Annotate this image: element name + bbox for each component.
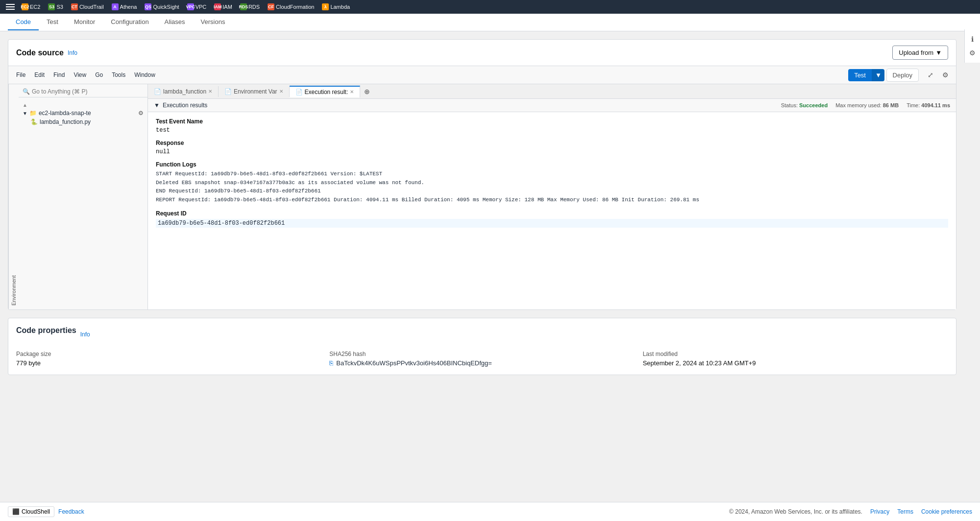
editor-tab-exec-results[interactable]: 📄 Execution result: ✕ xyxy=(290,86,361,97)
vpc-icon: VPC xyxy=(187,3,194,10)
tab-configuration[interactable]: Configuration xyxy=(103,14,156,30)
test-dropdown-button[interactable]: ▼ xyxy=(872,69,884,81)
nav-label-quicksight: QuickSight xyxy=(153,4,179,10)
code-source-header: Code source Info Upload from ▼ xyxy=(8,40,956,66)
file-tree: ▲ ▼ 📁 ec2-lambda-snap-te ⚙ 🐍 lambda_func… xyxy=(19,99,147,128)
settings-button[interactable]: ⚙ xyxy=(938,68,952,82)
deploy-button[interactable]: Deploy xyxy=(886,69,919,82)
code-source-panel: Code source Info Upload from ▼ File Edit… xyxy=(8,39,956,310)
nav-label-cloudtrail: CloudTrail xyxy=(79,4,104,10)
properties-info-link[interactable]: Info xyxy=(80,331,90,338)
tab-icon-exec: 📄 xyxy=(295,89,303,95)
fullscreen-button[interactable]: ⤢ xyxy=(924,68,937,82)
s3-icon: S3 xyxy=(48,3,55,10)
main-content: Code source Info Upload from ▼ File Edit… xyxy=(0,31,964,412)
log-line-2: Deleted EBS snapshot snap-034e7167a377b0… xyxy=(156,179,948,188)
menu-edit[interactable]: Edit xyxy=(30,70,49,80)
sidebar-settings-icon[interactable]: ⚙ xyxy=(967,47,979,59)
editor-main: 📄 lambda_function ✕ 📄 Environment Var ✕ … xyxy=(148,84,956,309)
nav-label-cloudformation: CloudFormation xyxy=(276,4,314,10)
nav-service-vpc[interactable]: VPC VPC xyxy=(184,2,210,11)
nav-service-athena[interactable]: A Athena xyxy=(109,2,140,11)
menu-view[interactable]: View xyxy=(70,70,90,80)
nav-service-iam[interactable]: IAM IAM xyxy=(211,2,235,11)
exec-chevron-icon: ▼ xyxy=(154,102,160,109)
test-button[interactable]: Test xyxy=(848,69,872,81)
editor-tab-env-vars[interactable]: 📄 Environment Var ✕ xyxy=(219,86,289,97)
nav-service-lambda[interactable]: λ Lambda xyxy=(319,2,353,11)
nav-service-ec2[interactable]: EC2 EC2 xyxy=(19,2,43,11)
tab-test[interactable]: Test xyxy=(39,14,66,30)
time-value: 4094.11 ms xyxy=(921,102,950,108)
tab-close-env[interactable]: ✕ xyxy=(279,89,283,94)
upload-from-button[interactable]: Upload from ▼ xyxy=(892,46,948,60)
execution-results-panel: ▼ Execution results Status: Succeeded Ma… xyxy=(148,99,956,309)
copy-hash-icon[interactable]: ⎘ xyxy=(329,359,333,367)
time-label: Time: 4094.11 ms xyxy=(906,102,950,108)
properties-title: Code properties xyxy=(16,326,76,335)
nav-service-cloudtrail[interactable]: CT CloudTrail xyxy=(68,2,107,11)
code-source-title: Code source xyxy=(16,48,64,57)
top-nav-bar: EC2 EC2 S3 S3 CT CloudTrail A Athena QS … xyxy=(0,0,980,14)
package-size-label: Package size xyxy=(16,351,321,357)
tab-aliases[interactable]: Aliases xyxy=(157,14,193,30)
sha256-property: SHA256 hash ⎘ BaTckvDk4K6uWSpsPPvtkv3oi6… xyxy=(329,351,635,367)
sidebar-info-icon[interactable]: ℹ xyxy=(967,33,979,45)
folder-chevron-icon: ▼ xyxy=(23,111,27,116)
menu-hamburger[interactable] xyxy=(4,2,17,12)
nav-label-vpc: VPC xyxy=(196,4,207,10)
sha256-value-row: ⎘ BaTckvDk4K6uWSpsPPvtkv3oi6Hs406BINCbiq… xyxy=(329,359,635,367)
memory-label: Max memory used: 86 MB xyxy=(835,102,899,108)
right-sidebar: ℹ ⚙ xyxy=(964,29,980,63)
editor-tab-lambda-function[interactable]: 📄 lambda_function ✕ xyxy=(148,86,219,97)
exec-results-title-row: ▼ Execution results xyxy=(154,102,207,109)
request-id-label: Request ID xyxy=(156,210,948,217)
file-name: lambda_function.py xyxy=(40,118,91,125)
nav-service-rds[interactable]: RDS RDS xyxy=(237,2,263,11)
folder-name: ec2-lambda-snap-te xyxy=(39,110,91,117)
ec2-icon: EC2 xyxy=(22,3,28,10)
upload-from-label: Upload from xyxy=(899,49,933,56)
last-modified-property: Last modified September 2, 2024 at 10:23… xyxy=(643,351,948,367)
menu-go[interactable]: Go xyxy=(91,70,107,80)
upload-dropdown-icon: ▼ xyxy=(935,49,942,56)
environment-label: Environment xyxy=(8,84,19,309)
nav-label-rds: RDS xyxy=(248,4,260,10)
tab-icon-env: 📄 xyxy=(224,88,232,95)
test-event-name-value: test xyxy=(156,127,948,134)
menu-find[interactable]: Find xyxy=(49,70,69,80)
menu-window[interactable]: Window xyxy=(130,70,159,80)
nav-label-lambda: Lambda xyxy=(330,4,350,10)
file-tree-folder-item[interactable]: ▼ 📁 ec2-lambda-snap-te ⚙ xyxy=(19,109,147,118)
response-label: Response xyxy=(156,140,948,146)
menu-file[interactable]: File xyxy=(12,70,29,80)
nav-service-quicksight[interactable]: QS QuickSight xyxy=(142,2,182,11)
folder-settings-icon[interactable]: ⚙ xyxy=(138,110,144,117)
file-search-bar[interactable]: 🔍 xyxy=(19,86,147,97)
code-source-info-link[interactable]: Info xyxy=(68,49,77,56)
lambda-icon: λ xyxy=(322,3,329,10)
nav-label-ec2: EC2 xyxy=(30,4,40,10)
tab-code[interactable]: Code xyxy=(8,14,39,30)
python-file-icon: 🐍 xyxy=(30,118,38,125)
tab-close-lambda[interactable]: ✕ xyxy=(208,89,212,94)
properties-grid: Package size 779 byte SHA256 hash ⎘ BaTc… xyxy=(16,351,948,367)
file-tree-file-item[interactable]: 🐍 lambda_function.py xyxy=(19,118,147,126)
function-tabs: Code Test Monitor Configuration Aliases … xyxy=(0,14,980,31)
last-modified-label: Last modified xyxy=(643,351,948,357)
tab-versions[interactable]: Versions xyxy=(193,14,233,30)
tab-close-exec[interactable]: ✕ xyxy=(350,89,354,95)
exec-results-body: Test Event Name test Response null Funct… xyxy=(148,112,956,234)
cloudtrail-icon: CT xyxy=(71,3,78,10)
tab-monitor[interactable]: Monitor xyxy=(66,14,103,30)
athena-icon: A xyxy=(112,3,119,10)
collapse-icon[interactable]: ▲ xyxy=(23,102,27,108)
file-panel: 🔍 ▲ ▼ 📁 ec2-lambda-snap-te ⚙ xyxy=(19,84,148,309)
new-tab-button[interactable]: ⊕ xyxy=(360,86,374,97)
menu-tools[interactable]: Tools xyxy=(108,70,129,80)
nav-service-s3[interactable]: S3 S3 xyxy=(45,2,66,11)
file-search-input[interactable] xyxy=(32,88,144,95)
code-source-title-row: Code source Info xyxy=(16,48,77,57)
nav-service-cloudformation[interactable]: CF CloudFormation xyxy=(265,2,317,11)
package-size-value: 779 byte xyxy=(16,359,321,367)
